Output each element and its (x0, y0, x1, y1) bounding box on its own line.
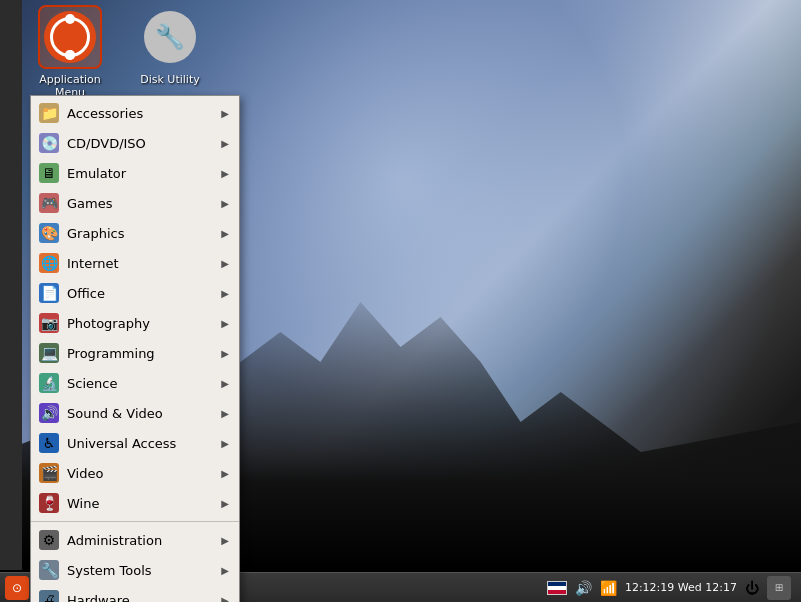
internet-arrow: ▶ (221, 258, 229, 269)
administration-arrow: ▶ (221, 535, 229, 546)
menu-item-hardware[interactable]: 🖨 Hardware ▶ (31, 585, 239, 602)
disk-utility-img (144, 11, 196, 63)
ubuntu-dot3 (65, 50, 75, 60)
ubuntu-circle (50, 17, 90, 57)
hardware-icon: 🖨 (39, 590, 59, 602)
cd-label: CD/DVD/ISO (67, 136, 221, 151)
menu-item-accessories[interactable]: 📁 Accessories ▶ (31, 98, 239, 128)
emulator-arrow: ▶ (221, 168, 229, 179)
administration-icon: ⚙ (39, 530, 59, 550)
separator-1 (31, 521, 239, 522)
application-menu-dropdown: 📁 Accessories ▶ 💿 CD/DVD/ISO ▶ 🖥 Emulato… (30, 95, 240, 602)
programming-icon: 💻 (39, 343, 59, 363)
power-icon[interactable]: ⏻ (745, 580, 759, 596)
emulator-icon: 🖥 (39, 163, 59, 183)
science-icon: 🔬 (39, 373, 59, 393)
universal-access-arrow: ▶ (221, 438, 229, 449)
left-sidebar (0, 0, 22, 570)
menu-item-emulator[interactable]: 🖥 Emulator ▶ (31, 158, 239, 188)
administration-label: Administration (67, 533, 221, 548)
system-tools-arrow: ▶ (221, 565, 229, 576)
cd-arrow: ▶ (221, 138, 229, 149)
disk-utility-icon-box (138, 5, 202, 69)
desktop-icons: ApplicationMenu Disk Utility (30, 5, 210, 99)
clock: 12:12:19 Wed 12:17 (625, 581, 737, 594)
office-icon: 📄 (39, 283, 59, 303)
photography-label: Photography (67, 316, 221, 331)
menu-item-programming[interactable]: 💻 Programming ▶ (31, 338, 239, 368)
sound-video-label: Sound & Video (67, 406, 221, 421)
hardware-arrow: ▶ (221, 595, 229, 603)
volume-icon[interactable]: 🔊 (575, 580, 592, 596)
desktop-show-icon: ⊞ (775, 582, 783, 593)
system-tools-label: System Tools (67, 563, 221, 578)
universal-access-icon: ♿ (39, 433, 59, 453)
sound-video-arrow: ▶ (221, 408, 229, 419)
cd-icon: 💿 (39, 133, 59, 153)
science-arrow: ▶ (221, 378, 229, 389)
office-arrow: ▶ (221, 288, 229, 299)
menu-item-administration[interactable]: ⚙ Administration ▶ (31, 525, 239, 555)
programming-arrow: ▶ (221, 348, 229, 359)
universal-access-label: Universal Access (67, 436, 221, 451)
video-icon: 🎬 (39, 463, 59, 483)
menu-item-office[interactable]: 📄 Office ▶ (31, 278, 239, 308)
internet-icon: 🌐 (39, 253, 59, 273)
system-tools-icon: 🔧 (39, 560, 59, 580)
taskbar-ubuntu-icon: ⊙ (12, 581, 22, 595)
taskbar-desktop-button[interactable]: ⊞ (767, 576, 791, 600)
menu-item-graphics[interactable]: 🎨 Graphics ▶ (31, 218, 239, 248)
menu-item-universal-access[interactable]: ♿ Universal Access ▶ (31, 428, 239, 458)
menu-item-system-tools[interactable]: 🔧 System Tools ▶ (31, 555, 239, 585)
science-label: Science (67, 376, 221, 391)
accessories-icon: 📁 (39, 103, 59, 123)
wine-arrow: ▶ (221, 498, 229, 509)
menu-item-cd[interactable]: 💿 CD/DVD/ISO ▶ (31, 128, 239, 158)
games-arrow: ▶ (221, 198, 229, 209)
wine-label: Wine (67, 496, 221, 511)
menu-item-internet[interactable]: 🌐 Internet ▶ (31, 248, 239, 278)
graphics-icon: 🎨 (39, 223, 59, 243)
emulator-label: Emulator (67, 166, 221, 181)
menu-item-sound-video[interactable]: 🔊 Sound & Video ▶ (31, 398, 239, 428)
graphics-label: Graphics (67, 226, 221, 241)
programming-label: Programming (67, 346, 221, 361)
video-label: Video (67, 466, 221, 481)
ubuntu-logo (44, 11, 96, 63)
disk-utility-label: Disk Utility (140, 73, 199, 86)
language-flag[interactable] (547, 581, 567, 595)
disk-utility-icon[interactable]: Disk Utility (130, 5, 210, 99)
taskbar-right: 🔊 📶 12:12:19 Wed 12:17 ⏻ ⊞ (537, 576, 801, 600)
network-icon[interactable]: 📶 (600, 580, 617, 596)
video-arrow: ▶ (221, 468, 229, 479)
menu-item-science[interactable]: 🔬 Science ▶ (31, 368, 239, 398)
internet-label: Internet (67, 256, 221, 271)
application-menu-icon[interactable]: ApplicationMenu (30, 5, 110, 99)
menu-item-photography[interactable]: 📷 Photography ▶ (31, 308, 239, 338)
hardware-label: Hardware (67, 593, 221, 603)
games-label: Games (67, 196, 221, 211)
menu-item-video[interactable]: 🎬 Video ▶ (31, 458, 239, 488)
accessories-label: Accessories (67, 106, 221, 121)
photography-arrow: ▶ (221, 318, 229, 329)
application-menu-icon-box (38, 5, 102, 69)
graphics-arrow: ▶ (221, 228, 229, 239)
games-icon: 🎮 (39, 193, 59, 213)
sound-video-icon: 🔊 (39, 403, 59, 423)
wine-icon: 🍷 (39, 493, 59, 513)
accessories-arrow: ▶ (221, 108, 229, 119)
office-label: Office (67, 286, 221, 301)
photography-icon: 📷 (39, 313, 59, 333)
menu-item-games[interactable]: 🎮 Games ▶ (31, 188, 239, 218)
taskbar-ubuntu-button[interactable]: ⊙ (5, 576, 29, 600)
menu-item-wine[interactable]: 🍷 Wine ▶ (31, 488, 239, 518)
